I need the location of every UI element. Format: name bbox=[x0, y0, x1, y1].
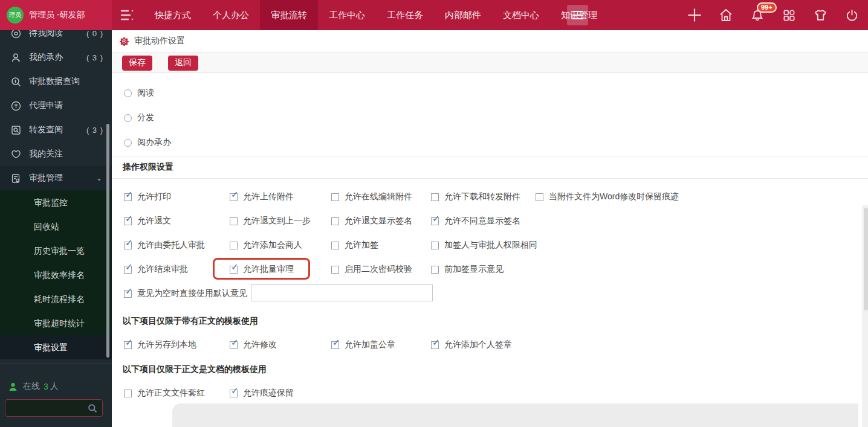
user-area[interactable]: 理员 管理员 -研发部 bbox=[0, 0, 112, 30]
checkbox-item-return-show-signature[interactable]: 允许退文显示签名 bbox=[331, 216, 412, 226]
nav-item-work-tasks[interactable]: 工作任务 bbox=[376, 0, 434, 30]
checkbox[interactable] bbox=[331, 266, 339, 274]
checkbox[interactable]: ✓ bbox=[124, 217, 132, 225]
nav-item-internal-mail[interactable]: 内部邮件 bbox=[434, 0, 492, 30]
checkbox-label: 允许结束审批 bbox=[137, 264, 188, 275]
submenu-item-time-consuming-ranking[interactable]: 耗时流程排名 bbox=[0, 287, 112, 311]
radio-icon[interactable] bbox=[124, 89, 132, 97]
checkbox[interactable] bbox=[431, 193, 439, 201]
radio-option-read-handle[interactable]: 阅办承办 bbox=[124, 137, 171, 148]
checkbox[interactable]: ✓ bbox=[431, 341, 439, 349]
checkbox-item-allow-print[interactable]: ✓允许打印 bbox=[124, 191, 171, 202]
sidebar-item-label: 我的关注 bbox=[29, 149, 63, 159]
checkbox-label: 允许不同意显示签名 bbox=[444, 216, 520, 226]
checkbox-item-allow-upload[interactable]: ✓允许上传附件 bbox=[230, 191, 294, 202]
avatar[interactable]: 理员 bbox=[7, 7, 24, 24]
checkbox-item-official-seal[interactable]: ✓允许加盖公章 bbox=[331, 339, 395, 350]
checkbox-item-disagree-show-signature[interactable]: ✓允许不同意显示签名 bbox=[431, 216, 520, 226]
checkbox-item-save-local[interactable]: ✓允许另存到本地 bbox=[124, 339, 196, 350]
checkbox-item-word-track-changes[interactable]: 当附件文件为Word修改时保留痕迹 bbox=[536, 191, 679, 202]
home-icon[interactable] bbox=[718, 7, 734, 23]
permission-row-default-opinion: ✓意见为空时直接使用默认意见 bbox=[112, 288, 868, 298]
checkbox-item-allow-download-forward[interactable]: 允许下载和转发附件 bbox=[431, 191, 520, 202]
checkbox-item-allow-countersign[interactable]: 允许加签 bbox=[331, 240, 378, 251]
checkbox-item-delegate-approval[interactable]: ✓允许由委托人审批 bbox=[124, 240, 205, 251]
checkbox[interactable]: ✓ bbox=[230, 193, 238, 201]
checkbox[interactable] bbox=[331, 217, 339, 225]
nav-item-work-center[interactable]: 工作中心 bbox=[318, 0, 376, 30]
search-icon[interactable] bbox=[88, 403, 97, 413]
check-mark: ✓ bbox=[125, 338, 133, 347]
checkbox[interactable] bbox=[124, 390, 132, 397]
radio-option-read[interactable]: 阅读 bbox=[124, 88, 154, 98]
sidebar-scrollbar-thumb[interactable] bbox=[106, 124, 109, 358]
sidebar-item-forward-review[interactable]: 转发查阅 ( 3 ) bbox=[0, 118, 112, 142]
theme-shirt-icon[interactable] bbox=[812, 7, 828, 23]
checkbox-item-add-consultant[interactable]: 允许添加会商人 bbox=[230, 240, 302, 251]
main-scrollbar-track[interactable] bbox=[863, 205, 868, 427]
sidebar-item-my-follows[interactable]: 我的关注 bbox=[0, 142, 112, 166]
nav-list-icon[interactable] bbox=[120, 8, 135, 22]
radio-option-distribute[interactable]: 分发 bbox=[124, 112, 154, 123]
checkbox-item-allow-modify[interactable]: ✓允许修改 bbox=[230, 339, 277, 350]
checkbox[interactable] bbox=[431, 266, 439, 274]
checkbox-item-default-opinion[interactable]: ✓意见为空时直接使用默认意见 bbox=[124, 288, 247, 299]
nav-item-personal-office[interactable]: 个人办公 bbox=[202, 0, 260, 30]
nav-item-document-center[interactable]: 文档中心 bbox=[492, 0, 550, 30]
checkbox[interactable] bbox=[536, 193, 543, 201]
checkbox-item-red-header[interactable]: 允许正文文件套红 bbox=[124, 388, 205, 399]
main-scrollbar-thumb[interactable] bbox=[864, 208, 868, 310]
checkbox[interactable] bbox=[331, 193, 339, 201]
add-icon[interactable] bbox=[687, 7, 702, 23]
submenu-item-efficiency-ranking[interactable]: 审批效率排名 bbox=[0, 263, 112, 287]
checkbox[interactable]: ✓ bbox=[230, 266, 238, 274]
checkbox[interactable] bbox=[230, 242, 238, 249]
submenu-item-recycle-bin[interactable]: 回收站 bbox=[0, 214, 112, 239]
checkbox[interactable] bbox=[431, 242, 439, 249]
sidebar-search-box[interactable] bbox=[5, 399, 103, 417]
checkbox[interactable] bbox=[230, 217, 238, 225]
checkbox-item-return-previous-step[interactable]: 允许退文到上一步 bbox=[230, 216, 311, 226]
nav-item-shortcuts[interactable]: 快捷方式 bbox=[144, 0, 202, 30]
checkbox-item-personal-signature[interactable]: ✓允许添加个人签章 bbox=[431, 339, 512, 350]
submenu-item-history-overview[interactable]: 历史审批一览 bbox=[0, 239, 112, 263]
checkbox[interactable]: ✓ bbox=[124, 341, 132, 349]
checkbox-item-end-approval[interactable]: ✓允许结束审批 bbox=[124, 264, 188, 275]
back-button[interactable]: 返回 bbox=[168, 56, 198, 71]
checkbox[interactable]: ✓ bbox=[230, 390, 238, 397]
radio-icon[interactable] bbox=[124, 139, 132, 147]
checkbox[interactable]: ✓ bbox=[431, 217, 439, 225]
radio-icon[interactable] bbox=[124, 114, 132, 122]
apps-grid-icon[interactable] bbox=[781, 7, 797, 23]
sidebar-item-proxy-request[interactable]: 代理申请 bbox=[0, 94, 112, 118]
checkbox[interactable]: ✓ bbox=[124, 193, 132, 201]
checkbox[interactable]: ✓ bbox=[331, 341, 339, 349]
submenu-item-approval-monitor[interactable]: 审批监控 bbox=[0, 190, 112, 214]
checkbox-item-keep-traces[interactable]: ✓允许痕迹保留 bbox=[230, 388, 294, 399]
save-button[interactable]: 保存 bbox=[122, 56, 152, 71]
checkbox-item-pre-countersign-opinion[interactable]: 前加签显示意见 bbox=[431, 264, 504, 275]
submenu-item-approval-settings[interactable]: 审批设置 bbox=[0, 335, 112, 359]
checkbox[interactable]: ✓ bbox=[230, 341, 238, 349]
checkbox-item-batch-approval[interactable]: ✓允许批量审理 bbox=[230, 264, 294, 275]
sidebar-item-to-read[interactable]: 待我阅读 ( 0 ) bbox=[0, 30, 112, 45]
hamburger-menu-icon[interactable] bbox=[567, 5, 588, 25]
sidebar-item-label: 审批管理 bbox=[29, 173, 63, 184]
nav-item-approval-flow[interactable]: 审批流转 bbox=[260, 0, 318, 30]
submenu-item-overtime-stats[interactable]: 审批超时统计 bbox=[0, 311, 112, 335]
checkbox-item-allow-return[interactable]: ✓允许退文 bbox=[124, 216, 171, 226]
logout-power-icon[interactable] bbox=[844, 7, 860, 23]
notifications-bell-icon[interactable]: 99+ bbox=[750, 7, 765, 23]
sidebar-item-approval-management[interactable]: 审批管理 ⌄ bbox=[0, 166, 112, 190]
checkbox[interactable]: ✓ bbox=[124, 242, 132, 249]
sidebar-item-approval-data-query[interactable]: 审批数据查询 bbox=[0, 69, 112, 94]
checkbox-item-countersign-same-rights[interactable]: 加签人与审批人权限相同 bbox=[431, 240, 537, 251]
default-opinion-input[interactable] bbox=[251, 284, 433, 301]
sidebar-search-input[interactable] bbox=[5, 403, 88, 413]
sidebar-item-my-tasks[interactable]: 我的承办 ( 3 ) bbox=[0, 45, 112, 69]
checkbox[interactable]: ✓ bbox=[124, 266, 132, 274]
checkbox-item-allow-online-edit[interactable]: 允许在线编辑附件 bbox=[331, 191, 412, 202]
checkbox-item-second-password[interactable]: 启用二次密码校验 bbox=[331, 264, 412, 275]
checkbox[interactable]: ✓ bbox=[124, 290, 132, 298]
checkbox[interactable] bbox=[331, 242, 339, 249]
